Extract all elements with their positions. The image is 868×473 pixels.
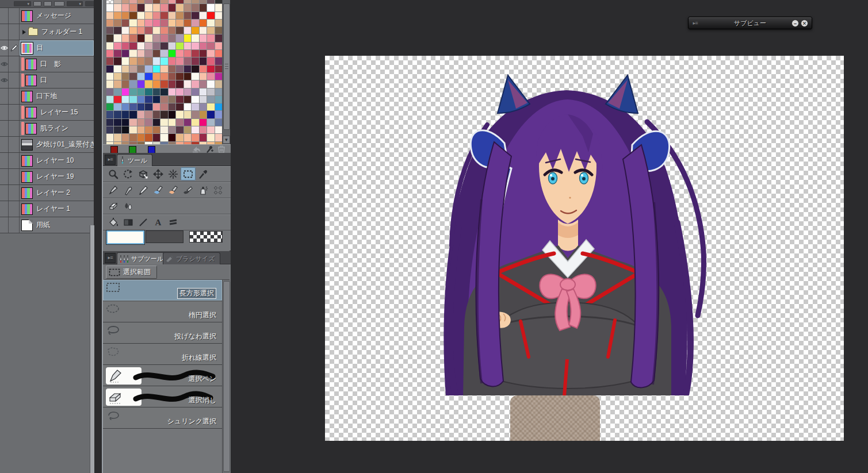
- color-swatch[interactable]: [200, 119, 207, 126]
- color-swatch[interactable]: [207, 66, 214, 72]
- color-swatch[interactable]: [122, 66, 129, 72]
- color-swatch[interactable]: [160, 12, 167, 19]
- color-swatch[interactable]: [207, 20, 214, 26]
- folder-expand-arrow-icon[interactable]: [22, 30, 26, 34]
- color-swatch[interactable]: [215, 66, 222, 72]
- layer-visibility-eye-icon[interactable]: [0, 217, 9, 233]
- layer-thumbnail[interactable]: [25, 123, 37, 134]
- color-swatch[interactable]: [192, 96, 198, 103]
- layer-row-content[interactable]: 口: [20, 72, 94, 88]
- color-swatch[interactable]: [153, 50, 160, 57]
- color-swatch[interactable]: [215, 50, 222, 57]
- color-swatch[interactable]: [184, 96, 191, 103]
- tool-brush-icon[interactable]: [181, 183, 196, 197]
- color-swatch[interactable]: [153, 126, 160, 133]
- layer-visibility-eye-icon[interactable]: [0, 137, 9, 152]
- tool-zoom-icon[interactable]: [106, 167, 121, 180]
- color-swatch[interactable]: [200, 43, 207, 49]
- color-swatch[interactable]: [192, 66, 198, 72]
- color-swatch[interactable]: [129, 96, 136, 103]
- color-swatch[interactable]: [137, 66, 144, 72]
- color-swatch[interactable]: [137, 27, 144, 34]
- color-swatch[interactable]: [145, 0, 152, 3]
- color-swatch[interactable]: [215, 89, 222, 95]
- layer-visibility-eye-icon[interactable]: [0, 153, 9, 168]
- color-swatch[interactable]: [207, 57, 214, 64]
- color-swatch[interactable]: [184, 27, 191, 34]
- color-swatch[interactable]: [137, 96, 144, 103]
- layer-visibility-eye-icon[interactable]: [0, 185, 9, 201]
- color-swatch[interactable]: [169, 0, 175, 3]
- color-swatch[interactable]: [169, 4, 175, 11]
- export-color-set-icon[interactable]: [192, 145, 202, 153]
- tool-text-icon[interactable]: A: [151, 216, 166, 229]
- color-swatch[interactable]: [129, 57, 136, 64]
- color-swatch[interactable]: [145, 119, 152, 126]
- tool-pastel-icon[interactable]: [166, 183, 181, 197]
- color-swatch[interactable]: [184, 57, 191, 64]
- color-swatch[interactable]: [137, 20, 144, 26]
- color-swatch[interactable]: [184, 73, 191, 80]
- color-swatch[interactable]: [114, 126, 121, 133]
- color-swatch[interactable]: [192, 80, 198, 87]
- color-swatch[interactable]: [114, 57, 121, 64]
- layers-panel-toolbar[interactable]: ▾ ▾ ▾: [0, 0, 94, 8]
- color-swatch[interactable]: [145, 111, 152, 118]
- color-swatch[interactable]: [129, 126, 136, 133]
- color-swatch[interactable]: [106, 0, 113, 3]
- color-swatch[interactable]: [176, 111, 183, 118]
- color-swatch[interactable]: [153, 80, 160, 87]
- color-swatch[interactable]: [176, 34, 183, 41]
- document-canvas[interactable]: [325, 56, 844, 441]
- layer-row[interactable]: 夕焼け01_遠景付き: [0, 137, 94, 153]
- color-swatch[interactable]: [114, 80, 121, 87]
- color-swatch[interactable]: [207, 96, 214, 103]
- color-swatch[interactable]: [145, 50, 152, 57]
- color-swatch[interactable]: [114, 0, 121, 3]
- color-swatch[interactable]: [137, 50, 144, 57]
- color-swatch[interactable]: [129, 50, 136, 57]
- color-swatch[interactable]: [160, 27, 167, 34]
- color-swatch[interactable]: [122, 50, 129, 57]
- color-swatch[interactable]: [192, 27, 198, 34]
- color-swatch[interactable]: [145, 134, 152, 141]
- color-swatch[interactable]: [129, 134, 136, 141]
- layer-row[interactable]: 用紙: [0, 217, 94, 233]
- color-swatch[interactable]: [153, 34, 160, 41]
- color-swatch[interactable]: [169, 66, 175, 72]
- layer-thumbnail[interactable]: [21, 43, 33, 54]
- color-swatch[interactable]: [184, 4, 191, 11]
- color-swatch[interactable]: [106, 96, 113, 103]
- subtool-item-selpen[interactable]: 選択ペン: [103, 365, 222, 386]
- color-swatch[interactable]: [184, 134, 191, 141]
- color-swatch[interactable]: [129, 0, 136, 3]
- tool-move-icon[interactable]: [151, 167, 166, 180]
- layer-visibility-eye-icon[interactable]: [0, 24, 9, 40]
- color-swatch[interactable]: [129, 80, 136, 87]
- color-swatch[interactable]: [160, 4, 167, 11]
- color-swatch[interactable]: [114, 4, 121, 11]
- color-swatch[interactable]: [122, 20, 129, 26]
- color-swatch[interactable]: [207, 134, 214, 141]
- color-swatch[interactable]: [137, 111, 144, 118]
- color-swatch[interactable]: [122, 27, 129, 34]
- color-swatch[interactable]: [122, 126, 129, 133]
- color-swatch[interactable]: [122, 73, 129, 80]
- layer-thumbnail[interactable]: [21, 155, 33, 167]
- color-swatch[interactable]: [145, 57, 152, 64]
- color-swatch[interactable]: [114, 34, 121, 41]
- color-swatch[interactable]: [160, 20, 167, 26]
- color-swatch[interactable]: [122, 80, 129, 87]
- color-swatch[interactable]: [215, 27, 222, 34]
- color-swatch[interactable]: [122, 134, 129, 141]
- color-swatch[interactable]: [137, 134, 144, 141]
- color-swatch[interactable]: [176, 12, 183, 19]
- subtool-item-shrink[interactable]: シュリンク選択: [103, 407, 222, 429]
- color-swatch[interactable]: [106, 43, 113, 49]
- tool-eraser-icon[interactable]: [106, 199, 121, 213]
- color-swatch[interactable]: [192, 43, 198, 49]
- tool-decoration-icon[interactable]: [211, 183, 225, 197]
- transparent-color-swatch[interactable]: [189, 231, 223, 243]
- color-swatch[interactable]: [145, 66, 152, 72]
- subtool-scrollbar[interactable]: [222, 280, 230, 473]
